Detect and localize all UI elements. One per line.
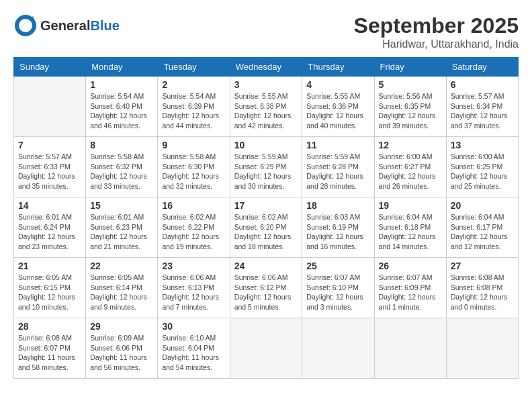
day-number: 25 bbox=[306, 261, 369, 271]
header-day-monday: Monday bbox=[86, 58, 158, 77]
calendar-cell: 23Sunrise: 6:06 AMSunset: 6:13 PMDayligh… bbox=[158, 258, 230, 318]
day-number: 6 bbox=[451, 79, 514, 90]
month-title: September 2025 bbox=[354, 13, 519, 38]
calendar-cell: 15Sunrise: 6:01 AMSunset: 6:23 PMDayligh… bbox=[86, 197, 158, 258]
calendar-cell: 25Sunrise: 6:07 AMSunset: 6:10 PMDayligh… bbox=[302, 258, 374, 318]
calendar-body: 1Sunrise: 5:54 AMSunset: 6:40 PMDaylight… bbox=[14, 77, 519, 379]
day-info: Sunrise: 5:58 AMSunset: 6:30 PMDaylight:… bbox=[162, 152, 225, 191]
day-number: 3 bbox=[234, 79, 298, 90]
calendar-cell: 28Sunrise: 6:08 AMSunset: 6:07 PMDayligh… bbox=[14, 318, 86, 379]
day-info: Sunrise: 6:03 AMSunset: 6:19 PMDaylight:… bbox=[306, 212, 369, 252]
calendar-cell: 4Sunrise: 5:55 AMSunset: 6:36 PMDaylight… bbox=[302, 77, 374, 137]
day-number: 12 bbox=[379, 140, 442, 150]
day-info: Sunrise: 5:57 AMSunset: 6:34 PMDaylight:… bbox=[451, 91, 514, 131]
day-info: Sunrise: 5:55 AMSunset: 6:38 PMDaylight:… bbox=[234, 91, 298, 131]
logo-general: General bbox=[40, 18, 90, 33]
calendar-cell: 14Sunrise: 6:01 AMSunset: 6:24 PMDayligh… bbox=[14, 197, 86, 258]
day-info: Sunrise: 6:06 AMSunset: 6:12 PMDaylight:… bbox=[234, 273, 298, 312]
day-number: 4 bbox=[306, 79, 369, 90]
day-number: 5 bbox=[379, 79, 442, 90]
day-info: Sunrise: 6:06 AMSunset: 6:13 PMDaylight:… bbox=[162, 273, 225, 312]
week-row-5: 28Sunrise: 6:08 AMSunset: 6:07 PMDayligh… bbox=[14, 318, 519, 379]
calendar-cell: 21Sunrise: 6:05 AMSunset: 6:15 PMDayligh… bbox=[14, 258, 86, 318]
day-number: 23 bbox=[162, 261, 225, 271]
calendar-cell: 8Sunrise: 5:58 AMSunset: 6:32 PMDaylight… bbox=[86, 137, 158, 197]
day-info: Sunrise: 6:08 AMSunset: 6:08 PMDaylight:… bbox=[451, 273, 514, 312]
calendar-cell: 6Sunrise: 5:57 AMSunset: 6:34 PMDaylight… bbox=[446, 77, 518, 137]
day-info: Sunrise: 6:05 AMSunset: 6:15 PMDaylight:… bbox=[18, 273, 81, 312]
calendar-cell: 10Sunrise: 5:59 AMSunset: 6:29 PMDayligh… bbox=[230, 137, 302, 197]
calendar-cell bbox=[302, 318, 374, 379]
day-info: Sunrise: 5:54 AMSunset: 6:40 PMDaylight:… bbox=[90, 91, 153, 131]
day-info: Sunrise: 5:58 AMSunset: 6:32 PMDaylight:… bbox=[90, 152, 153, 191]
day-number: 21 bbox=[18, 261, 81, 271]
calendar-cell: 16Sunrise: 6:02 AMSunset: 6:22 PMDayligh… bbox=[158, 197, 230, 258]
day-info: Sunrise: 6:01 AMSunset: 6:24 PMDaylight:… bbox=[18, 212, 81, 252]
svg-point-1 bbox=[19, 19, 32, 32]
week-row-3: 14Sunrise: 6:01 AMSunset: 6:24 PMDayligh… bbox=[14, 197, 519, 258]
header-day-wednesday: Wednesday bbox=[230, 58, 302, 77]
calendar-cell: 3Sunrise: 5:55 AMSunset: 6:38 PMDaylight… bbox=[230, 77, 302, 137]
calendar-cell: 5Sunrise: 5:56 AMSunset: 6:35 PMDaylight… bbox=[374, 77, 446, 137]
day-number: 14 bbox=[18, 200, 81, 211]
header-day-thursday: Thursday bbox=[302, 58, 374, 77]
calendar-cell: 2Sunrise: 5:54 AMSunset: 6:39 PMDaylight… bbox=[158, 77, 230, 137]
day-info: Sunrise: 6:05 AMSunset: 6:14 PMDaylight:… bbox=[90, 273, 153, 312]
day-info: Sunrise: 6:07 AMSunset: 6:10 PMDaylight:… bbox=[306, 273, 369, 312]
day-info: Sunrise: 6:04 AMSunset: 6:18 PMDaylight:… bbox=[379, 212, 442, 252]
calendar-header: SundayMondayTuesdayWednesdayThursdayFrid… bbox=[14, 58, 519, 77]
logo-icon bbox=[13, 13, 38, 38]
calendar-cell: 18Sunrise: 6:03 AMSunset: 6:19 PMDayligh… bbox=[302, 197, 374, 258]
header-day-friday: Friday bbox=[374, 58, 446, 77]
header-day-tuesday: Tuesday bbox=[158, 58, 230, 77]
day-number: 8 bbox=[90, 140, 153, 150]
calendar-cell: 19Sunrise: 6:04 AMSunset: 6:18 PMDayligh… bbox=[374, 197, 446, 258]
logo: GeneralBlue bbox=[13, 13, 120, 38]
calendar-cell bbox=[446, 318, 518, 379]
day-info: Sunrise: 6:00 AMSunset: 6:27 PMDaylight:… bbox=[379, 152, 442, 191]
week-row-1: 1Sunrise: 5:54 AMSunset: 6:40 PMDaylight… bbox=[14, 77, 519, 137]
calendar-cell: 12Sunrise: 6:00 AMSunset: 6:27 PMDayligh… bbox=[374, 137, 446, 197]
day-number: 16 bbox=[162, 200, 225, 211]
day-info: Sunrise: 6:02 AMSunset: 6:20 PMDaylight:… bbox=[234, 212, 298, 252]
day-number: 30 bbox=[162, 321, 225, 332]
day-number: 2 bbox=[162, 79, 225, 90]
calendar-cell: 26Sunrise: 6:07 AMSunset: 6:09 PMDayligh… bbox=[374, 258, 446, 318]
day-info: Sunrise: 6:07 AMSunset: 6:09 PMDaylight:… bbox=[379, 273, 442, 312]
calendar-cell: 30Sunrise: 6:10 AMSunset: 6:04 PMDayligh… bbox=[158, 318, 230, 379]
day-info: Sunrise: 6:09 AMSunset: 6:06 PMDaylight:… bbox=[90, 333, 153, 373]
day-number: 9 bbox=[162, 140, 225, 150]
header-day-saturday: Saturday bbox=[446, 58, 518, 77]
day-info: Sunrise: 5:54 AMSunset: 6:39 PMDaylight:… bbox=[162, 91, 225, 131]
calendar-cell: 22Sunrise: 6:05 AMSunset: 6:14 PMDayligh… bbox=[86, 258, 158, 318]
day-number: 22 bbox=[90, 261, 153, 271]
calendar-cell: 11Sunrise: 5:59 AMSunset: 6:28 PMDayligh… bbox=[302, 137, 374, 197]
calendar-cell: 24Sunrise: 6:06 AMSunset: 6:12 PMDayligh… bbox=[230, 258, 302, 318]
day-info: Sunrise: 5:56 AMSunset: 6:35 PMDaylight:… bbox=[379, 91, 442, 131]
day-number: 28 bbox=[18, 321, 81, 332]
calendar-cell: 17Sunrise: 6:02 AMSunset: 6:20 PMDayligh… bbox=[230, 197, 302, 258]
calendar-table: SundayMondayTuesdayWednesdayThursdayFrid… bbox=[13, 57, 519, 379]
day-info: Sunrise: 5:59 AMSunset: 6:28 PMDaylight:… bbox=[306, 152, 369, 191]
day-number: 29 bbox=[90, 321, 153, 332]
calendar-cell: 9Sunrise: 5:58 AMSunset: 6:30 PMDaylight… bbox=[158, 137, 230, 197]
day-number: 24 bbox=[234, 261, 298, 271]
day-number: 7 bbox=[18, 140, 81, 150]
day-number: 13 bbox=[451, 140, 514, 150]
day-info: Sunrise: 6:08 AMSunset: 6:07 PMDaylight:… bbox=[18, 333, 81, 373]
header-day-sunday: Sunday bbox=[14, 58, 86, 77]
day-number: 10 bbox=[234, 140, 298, 150]
week-row-4: 21Sunrise: 6:05 AMSunset: 6:15 PMDayligh… bbox=[14, 258, 519, 318]
calendar-cell: 27Sunrise: 6:08 AMSunset: 6:08 PMDayligh… bbox=[446, 258, 518, 318]
day-info: Sunrise: 6:04 AMSunset: 6:17 PMDaylight:… bbox=[451, 212, 514, 252]
week-row-2: 7Sunrise: 5:57 AMSunset: 6:33 PMDaylight… bbox=[14, 137, 519, 197]
day-info: Sunrise: 5:59 AMSunset: 6:29 PMDaylight:… bbox=[234, 152, 298, 191]
day-info: Sunrise: 6:00 AMSunset: 6:25 PMDaylight:… bbox=[451, 152, 514, 191]
day-number: 18 bbox=[306, 200, 369, 211]
day-info: Sunrise: 5:55 AMSunset: 6:36 PMDaylight:… bbox=[306, 91, 369, 131]
calendar-cell: 13Sunrise: 6:00 AMSunset: 6:25 PMDayligh… bbox=[446, 137, 518, 197]
day-number: 11 bbox=[306, 140, 369, 150]
calendar-cell: 29Sunrise: 6:09 AMSunset: 6:06 PMDayligh… bbox=[86, 318, 158, 379]
day-info: Sunrise: 5:57 AMSunset: 6:33 PMDaylight:… bbox=[18, 152, 81, 191]
day-number: 19 bbox=[379, 200, 442, 211]
